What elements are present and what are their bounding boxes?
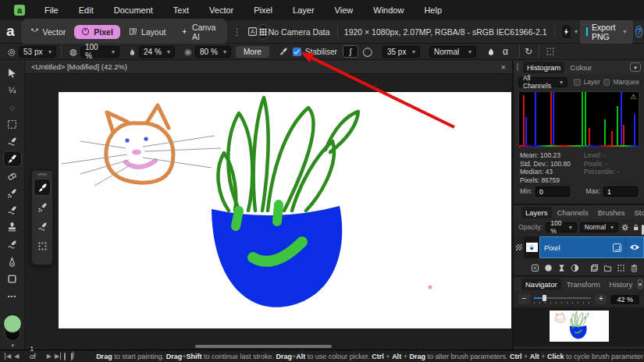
symmetry-icon[interactable]: ↻ [525, 46, 532, 57]
pages-icon[interactable] [71, 353, 73, 360]
rope-stabiliser-button[interactable]: ∫ [343, 45, 358, 58]
pixel-brush-tool[interactable] [3, 185, 22, 201]
gear-icon[interactable] [621, 223, 628, 232]
flyout-drag-handle[interactable] [37, 173, 47, 176]
selection-brush-tool[interactable]: ◌ [3, 99, 22, 115]
foreground-colour-swatch[interactable] [3, 314, 22, 333]
previous-page-button[interactable]: ◀ [14, 353, 19, 360]
tab-stock[interactable]: Stock [631, 207, 644, 218]
wet-edges-icon[interactable] [487, 47, 495, 56]
persona-canva-ai-button[interactable]: Canva AI [174, 20, 224, 44]
stabiliser-checkbox[interactable] [293, 48, 301, 56]
layer-fx-icon[interactable] [531, 264, 539, 272]
document-tab[interactable]: <Untitled> [Modified] (42.2%) [31, 62, 127, 71]
hardware-acceleration-button[interactable] [561, 24, 571, 39]
tab-layers[interactable]: Layers [521, 207, 552, 218]
new-pixel-layer-icon[interactable] [617, 264, 625, 272]
flash-chevron-icon[interactable]: ▾ [575, 28, 578, 35]
menu-file[interactable]: File [34, 2, 69, 19]
navigator-thumbnail[interactable] [550, 311, 609, 342]
help-button[interactable]: ? [635, 26, 642, 37]
text-frame-tool-button[interactable] [247, 24, 258, 40]
menu-edit[interactable]: Edit [69, 2, 104, 19]
menu-window[interactable]: Window [363, 2, 414, 19]
menu-layer[interactable]: Layer [283, 2, 325, 19]
tab-history[interactable]: History [606, 279, 637, 290]
panel-menu-button[interactable]: ▾ [630, 62, 641, 72]
next-page-button[interactable]: ▶ [47, 353, 52, 360]
layer-checkbox[interactable] [574, 79, 581, 86]
panel-grip[interactable] [517, 63, 518, 71]
brush-width-dropdown[interactable]: 53 px ▾ [19, 46, 56, 58]
brush-hardness-dropdown[interactable]: 80 % ▾ [195, 46, 231, 58]
duplicate-layer-icon[interactable] [590, 264, 599, 272]
swatch-chevron-icon[interactable]: ▾ [12, 342, 15, 349]
shape-tool[interactable] [3, 271, 22, 287]
affinity-logo[interactable]: a [6, 23, 15, 40]
tab-channels[interactable]: Channels [553, 207, 592, 218]
menu-pixel[interactable]: Pixel [244, 2, 283, 19]
mask-layer-icon[interactable] [544, 264, 553, 272]
menu-vector[interactable]: Vector [199, 2, 244, 19]
page-icon[interactable] [64, 353, 66, 360]
lock-icon[interactable] [632, 223, 639, 232]
tab-navigator[interactable]: Navigator [521, 279, 561, 290]
menu-help[interactable]: Help [414, 2, 452, 19]
brush-flow-dropdown[interactable]: 24 % ▾ [139, 46, 175, 58]
tab-colour[interactable]: Colour [566, 62, 596, 73]
zoom-in-button[interactable]: + [595, 294, 607, 304]
dodge-burn-tool[interactable] [3, 202, 22, 218]
group-layers-icon[interactable] [603, 264, 612, 272]
erase-tool[interactable] [3, 168, 22, 184]
protect-alpha-icon[interactable]: α [503, 46, 508, 57]
horizontal-scrollbar[interactable] [195, 345, 332, 348]
tab-brushes[interactable]: Brushes [594, 207, 629, 218]
snapping-dither-icon[interactable] [546, 47, 555, 56]
zoom-out-button[interactable]: − [518, 294, 530, 304]
canvas[interactable] [59, 92, 511, 328]
zoom-slider-handle[interactable] [543, 295, 546, 301]
persona-vector-button[interactable]: Vector [23, 25, 73, 39]
crop-tool[interactable]: ¼ [3, 82, 22, 98]
more-tools-button[interactable]: ••• [3, 288, 22, 304]
edit-all-layers-icon[interactable] [519, 264, 520, 272]
paint-mixer-tool[interactable] [3, 133, 22, 150]
max-input[interactable]: 1 [603, 186, 638, 197]
flyout-pixel-brush-tool[interactable] [34, 198, 51, 215]
export-png-button[interactable]: Export PNG ▾ [580, 20, 632, 44]
move-tool[interactable] [3, 65, 22, 81]
zoom-value[interactable]: 42 % [610, 295, 639, 304]
persona-layout-button[interactable]: Layout [122, 25, 173, 39]
app-logo-icon[interactable]: a [14, 5, 25, 16]
layer-row-pixel[interactable]: Pixel [514, 236, 644, 258]
layer-opacity-dropdown[interactable]: 100 % ▾ [546, 222, 576, 232]
flyout-dither-tool[interactable] [34, 237, 51, 254]
delete-layer-icon[interactable] [630, 264, 639, 272]
blend-mode-dropdown[interactable]: Normal ▾ [429, 46, 476, 58]
warning-icon[interactable]: ⚠ [630, 93, 636, 101]
pen-tool[interactable] [3, 254, 22, 270]
live-filter-icon[interactable] [571, 264, 579, 272]
close-tab-icon[interactable]: × [501, 62, 506, 72]
toolbar-overflow-button[interactable]: ⋮ [227, 27, 247, 37]
smudge-tool[interactable] [3, 236, 22, 253]
zoom-slider[interactable] [534, 295, 591, 304]
first-page-button[interactable]: ◀ [5, 353, 11, 360]
layer-visibility-toggle[interactable] [625, 236, 644, 258]
panel-menu-button[interactable]: ▾ [638, 279, 642, 289]
marquee-checkbox[interactable] [603, 79, 610, 86]
layer-thumbnail[interactable] [526, 243, 538, 252]
stabiliser-length-dropdown[interactable]: 35 px ▾ [382, 46, 420, 58]
menu-document[interactable]: Document [104, 2, 163, 19]
tab-histogram[interactable]: Histogram [523, 62, 564, 73]
min-input[interactable]: 0 [535, 186, 570, 197]
more-button[interactable]: More [236, 46, 269, 58]
menu-view[interactable]: View [325, 2, 364, 19]
channel-selector-dropdown[interactable]: All Channels ▾ [518, 77, 568, 87]
tab-transform[interactable]: Transform [563, 279, 604, 290]
clone-stamp-tool[interactable] [3, 219, 22, 236]
marquee-tool[interactable] [3, 116, 22, 133]
flyout-paint-brush-tool[interactable] [34, 179, 51, 196]
persona-pixel-button[interactable]: Pixel [74, 25, 120, 39]
paint-brush-tool[interactable] [3, 151, 22, 167]
